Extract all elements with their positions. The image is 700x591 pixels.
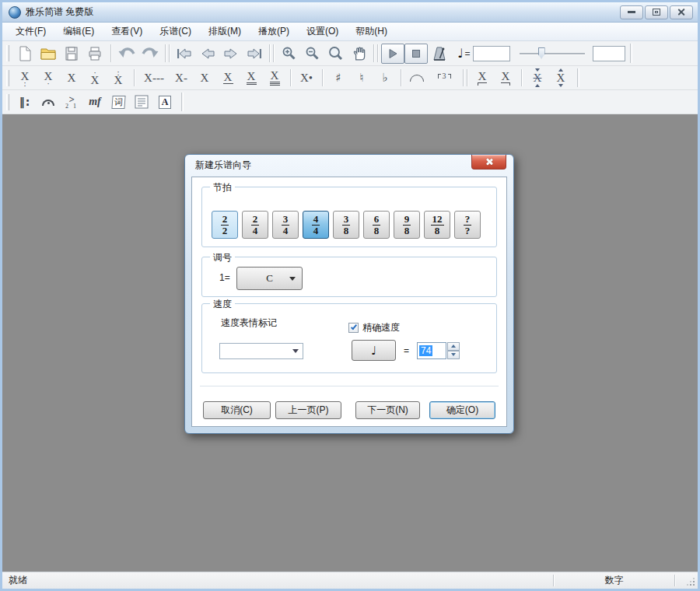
- menu-view[interactable]: 查看(V): [103, 23, 151, 40]
- octave-middle-button[interactable]: X: [60, 67, 83, 89]
- undo-icon: [117, 47, 136, 60]
- new-file-icon: [17, 46, 33, 61]
- meter-4-4-button[interactable]: 44: [303, 211, 329, 239]
- tempo-display-input[interactable]: [593, 46, 625, 61]
- print-button[interactable]: [83, 43, 107, 64]
- meter-3-8-button[interactable]: 38: [333, 211, 359, 239]
- pitch-bracket-down-button[interactable]: X: [471, 67, 494, 89]
- menu-edit[interactable]: 编辑(E): [54, 23, 103, 40]
- toolbar-grip[interactable]: [6, 70, 9, 86]
- octave-up-1-button[interactable]: ·X: [83, 67, 107, 89]
- wizard-buttons-row: 取消(C) 上一页(P) 下一页(N) 确定(O): [203, 401, 495, 419]
- next-page-button[interactable]: [219, 43, 243, 64]
- open-file-button[interactable]: [37, 43, 60, 64]
- save-button[interactable]: [60, 43, 83, 64]
- tempo-equals-label: =: [465, 48, 471, 59]
- new-file-button[interactable]: [13, 43, 37, 64]
- zoom-in-button[interactable]: [277, 43, 300, 64]
- repeat-barline-button[interactable]: ‖:: [13, 91, 37, 113]
- minimize-button[interactable]: [620, 5, 643, 19]
- fermata-dot: [47, 102, 50, 104]
- sharp-button[interactable]: ♯: [327, 67, 350, 89]
- hand-tool-button[interactable]: [347, 43, 370, 64]
- dialog-close-button[interactable]: [471, 155, 506, 170]
- tempo-expression-select[interactable]: [219, 343, 303, 359]
- dialog-title-bar[interactable]: 新建乐谱向导: [185, 155, 513, 176]
- close-button[interactable]: [670, 5, 693, 19]
- meter-9-8-button[interactable]: 98: [394, 211, 420, 239]
- pitch-bracket-up-button[interactable]: X: [494, 67, 517, 89]
- wizard-ok-button[interactable]: 确定(O): [429, 401, 495, 419]
- zoom-select-button[interactable]: [324, 43, 347, 64]
- menu-help[interactable]: 帮助(H): [347, 23, 396, 40]
- dotted-note-button[interactable]: X•: [295, 67, 318, 89]
- precise-tempo-checkbox[interactable]: [348, 323, 359, 333]
- tempo-slider[interactable]: [518, 46, 586, 61]
- dialog-title: 新建乐谱向导: [195, 159, 251, 172]
- redo-button[interactable]: [138, 43, 162, 64]
- accent-marks-button[interactable]: >2 1: [60, 91, 83, 113]
- zoom-out-button[interactable]: [300, 43, 324, 64]
- bpm-up-button[interactable]: [447, 342, 460, 351]
- wizard-cancel-button[interactable]: 取消(C): [203, 401, 271, 419]
- arrow-down-icon: [451, 353, 456, 356]
- maximize-button[interactable]: [645, 5, 668, 19]
- title-bar[interactable]: 雅乐简谱 免费版: [2, 2, 698, 23]
- whole-note-button[interactable]: X---: [138, 67, 170, 89]
- octave-down-1-button[interactable]: X·: [37, 67, 60, 89]
- prev-page-button[interactable]: [196, 43, 219, 64]
- toolbar-grip[interactable]: [6, 45, 9, 62]
- undo-button[interactable]: [115, 43, 138, 64]
- lyrics-button[interactable]: 词: [107, 91, 130, 113]
- flat-button[interactable]: ♭: [373, 67, 397, 89]
- menu-file[interactable]: 文件(F): [7, 23, 54, 40]
- meter-12-8-button[interactable]: 128: [424, 211, 450, 239]
- pitch-shift-all-button[interactable]: X: [549, 67, 572, 89]
- toolbar-separator: [134, 69, 135, 87]
- meter-2-4-button[interactable]: 24: [242, 211, 268, 239]
- menu-play[interactable]: 播放(P): [250, 23, 298, 40]
- text-block-button[interactable]: [130, 91, 153, 113]
- meter-3-4-button[interactable]: 34: [272, 211, 299, 239]
- redo-icon: [141, 47, 159, 60]
- menu-score[interactable]: 乐谱(C): [151, 23, 200, 40]
- last-page-button[interactable]: [243, 43, 266, 64]
- fermata-button[interactable]: [37, 91, 60, 113]
- meter-2-2-button[interactable]: 22: [212, 211, 238, 239]
- dynamics-mf-button[interactable]: mf: [83, 91, 107, 113]
- sixteenth-note-button[interactable]: X: [240, 67, 263, 89]
- tempo-note-button[interactable]: ♩: [352, 340, 396, 361]
- natural-button[interactable]: ♮: [350, 67, 373, 89]
- toolbar-separator: [463, 69, 467, 87]
- quarter-note-button[interactable]: X: [193, 67, 216, 89]
- first-page-button[interactable]: [173, 43, 196, 64]
- wizard-prev-button[interactable]: 上一页(P): [275, 401, 341, 419]
- wizard-next-button[interactable]: 下一页(N): [355, 401, 420, 419]
- menu-settings[interactable]: 设置(O): [298, 23, 347, 40]
- resize-grip[interactable]: [693, 584, 695, 586]
- font-button[interactable]: A: [153, 91, 177, 113]
- pitch-shift-range-button[interactable]: X: [526, 67, 549, 89]
- half-note-button[interactable]: X-: [170, 67, 193, 89]
- meter-6-8-button[interactable]: 68: [363, 211, 390, 239]
- eighth-note-button[interactable]: X: [216, 67, 240, 89]
- octave-up-2-button[interactable]: :X: [107, 67, 130, 89]
- octave-down-2-button[interactable]: X:: [13, 67, 37, 89]
- tempo-slider-thumb[interactable]: [538, 47, 545, 59]
- metronome-button[interactable]: [428, 43, 451, 64]
- tempo-value-input[interactable]: [473, 46, 510, 61]
- stop-button[interactable]: [404, 44, 428, 64]
- play-button[interactable]: [381, 44, 404, 64]
- bpm-down-button[interactable]: [447, 351, 460, 359]
- thirtysecond-note-button[interactable]: X: [263, 67, 286, 89]
- toolbar-grip[interactable]: [6, 94, 9, 110]
- tie-button[interactable]: [405, 67, 429, 89]
- note-x: X: [247, 71, 256, 82]
- triplet-button[interactable]: 3: [429, 67, 460, 89]
- toolbar-separator: [401, 69, 401, 87]
- accent-numbers: 2 1: [65, 103, 78, 109]
- menu-typeset[interactable]: 排版(M): [200, 23, 250, 40]
- meter-custom-button[interactable]: ??: [454, 211, 481, 239]
- bpm-input[interactable]: 74: [417, 342, 446, 359]
- key-select[interactable]: C: [236, 267, 303, 290]
